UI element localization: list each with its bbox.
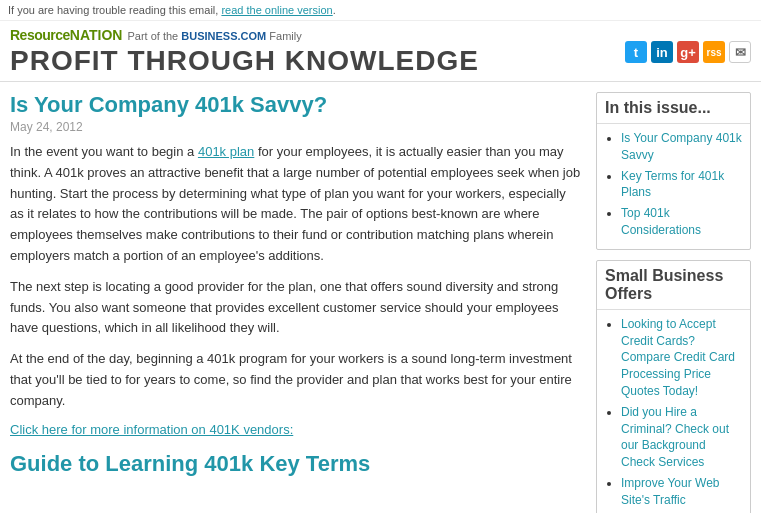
linkedin-icon[interactable]: in — [651, 41, 673, 63]
top-bar: If you are having trouble reading this e… — [0, 0, 761, 21]
main-content: Is Your Company 401k Savvy? May 24, 2012… — [10, 92, 582, 513]
rss-icon[interactable]: rss — [703, 41, 725, 63]
article-2: Guide to Learning 401k Key Terms — [10, 451, 582, 477]
main-layout: Is Your Company 401k Savvy? May 24, 2012… — [0, 82, 761, 513]
sidebar-offers-box: Small Business Offers Looking to Accept … — [596, 260, 751, 513]
header-brand: ResourceNATION Part of the BUSINESS.COM … — [10, 27, 479, 77]
article-1-para2: The next step is locating a good provide… — [10, 277, 582, 339]
list-item: Improve Your Web Site's Traffic — [621, 475, 742, 509]
article-1-body: In the event you want to begin a 401k pl… — [10, 142, 582, 412]
sidebar: In this issue... Is Your Company 401k Sa… — [596, 92, 751, 513]
issue-item-1-link[interactable]: Is Your Company 401k Savvy — [621, 131, 742, 162]
brand-part-text: Part of the BUSINESS.COM Family — [127, 30, 301, 42]
sidebar-issue-body: Is Your Company 401k Savvy Key Terms for… — [597, 124, 750, 249]
list-item: Key Terms for 401k Plans — [621, 168, 742, 202]
article-1-link[interactable]: Click here for more information on 401K … — [10, 422, 582, 437]
list-item: Top 401k Considerations — [621, 205, 742, 239]
offer-item-2-link[interactable]: Did you Hire a Criminal? Check out our B… — [621, 405, 729, 469]
sidebar-issue-box: In this issue... Is Your Company 401k Sa… — [596, 92, 751, 250]
issue-item-2-link[interactable]: Key Terms for 401k Plans — [621, 169, 724, 200]
sidebar-offers-title: Small Business Offers — [597, 261, 750, 310]
header-icons: t in g+ rss ✉ — [625, 41, 751, 63]
sidebar-issue-title: In this issue... — [597, 93, 750, 124]
list-item: Looking to Accept Credit Cards? Compare … — [621, 316, 742, 400]
list-item: Did you Hire a Criminal? Check out our B… — [621, 404, 742, 471]
twitter-icon[interactable]: t — [625, 41, 647, 63]
topbar-link[interactable]: read the online version — [221, 4, 332, 16]
article-1-date: May 24, 2012 — [10, 120, 582, 134]
article-1: Is Your Company 401k Savvy? May 24, 2012… — [10, 92, 582, 437]
sidebar-offers-list: Looking to Accept Credit Cards? Compare … — [605, 316, 742, 509]
site-title: PROFIT THROUGH KNOWLEDGE — [10, 45, 479, 77]
brand-resource: Resource — [10, 27, 70, 43]
googleplus-icon[interactable]: g+ — [677, 41, 699, 63]
sidebar-issue-list: Is Your Company 401k Savvy Key Terms for… — [605, 130, 742, 239]
email-icon[interactable]: ✉ — [729, 41, 751, 63]
offer-item-3-link[interactable]: Improve Your Web Site's Traffic — [621, 476, 720, 507]
offer-item-1-link[interactable]: Looking to Accept Credit Cards? Compare … — [621, 317, 735, 398]
article-1-para3: At the end of the day, beginning a 401k … — [10, 349, 582, 411]
header: ResourceNATION Part of the BUSINESS.COM … — [0, 21, 761, 82]
topbar-trailing: . — [333, 4, 336, 16]
brand-nation: NATION — [70, 27, 123, 43]
list-item: Is Your Company 401k Savvy — [621, 130, 742, 164]
brand-line: ResourceNATION Part of the BUSINESS.COM … — [10, 27, 479, 43]
401k-plan-link[interactable]: 401k plan — [198, 144, 254, 159]
article-2-title: Guide to Learning 401k Key Terms — [10, 451, 582, 477]
issue-item-3-link[interactable]: Top 401k Considerations — [621, 206, 701, 237]
topbar-text: If you are having trouble reading this e… — [8, 4, 218, 16]
sidebar-offers-body: Looking to Accept Credit Cards? Compare … — [597, 310, 750, 513]
article-1-title: Is Your Company 401k Savvy? — [10, 92, 582, 118]
article-1-para1: In the event you want to begin a 401k pl… — [10, 142, 582, 267]
